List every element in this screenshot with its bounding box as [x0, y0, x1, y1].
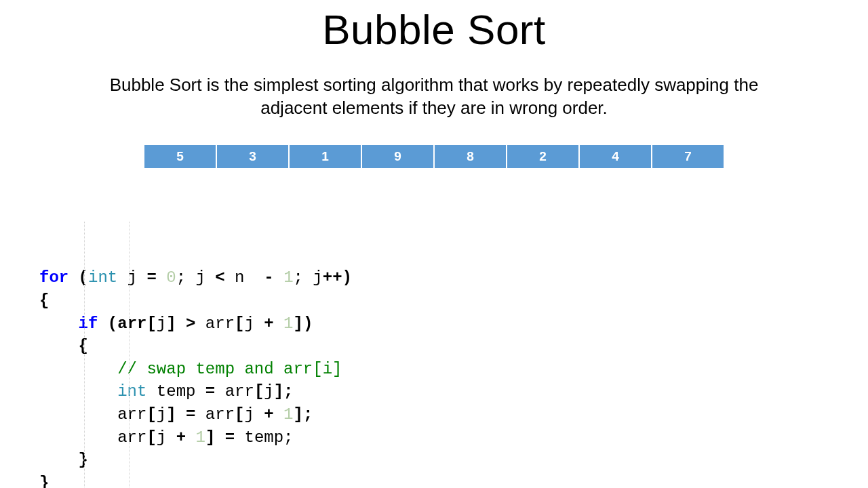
punctuation: [ — [254, 382, 264, 401]
punctuation: [ — [146, 314, 156, 333]
punctuation: = — [205, 382, 215, 401]
punctuation: (arr — [98, 314, 146, 333]
number-literal: 1 — [195, 428, 205, 447]
punctuation: = — [146, 268, 166, 287]
punctuation: + — [176, 428, 186, 447]
punctuation: ( — [68, 268, 88, 287]
array-cell: 4 — [579, 144, 652, 169]
array-cell: 1 — [289, 144, 361, 169]
keyword-for: for — [39, 268, 68, 287]
number-literal: 0 — [166, 268, 176, 287]
punctuation: [ — [146, 405, 156, 424]
code-comment: // swap temp and arr[i] — [117, 360, 342, 378]
code-text: ; j — [176, 268, 216, 287]
code-text: j — [244, 405, 264, 424]
code-text: j — [157, 405, 166, 424]
code-text — [274, 268, 283, 287]
type-int: int — [88, 268, 117, 287]
array-cell: 5 — [144, 144, 216, 169]
code-text: j — [264, 382, 273, 401]
array-cell: 7 — [652, 144, 724, 169]
brace: } — [79, 451, 88, 469]
number-literal: 1 — [283, 268, 293, 287]
punctuation: ] — [205, 428, 225, 447]
punctuation: < — [215, 268, 224, 287]
code-text — [274, 314, 283, 333]
code-text: arr — [117, 428, 146, 447]
punctuation: - — [264, 268, 273, 287]
punctuation: ) — [342, 268, 352, 287]
array-cell: 9 — [361, 144, 434, 169]
punctuation: ++ — [323, 268, 342, 287]
punctuation: [ — [235, 405, 244, 424]
number-literal: 1 — [283, 314, 293, 333]
punctuation: = — [186, 405, 195, 424]
punctuation: ]) — [294, 314, 313, 333]
punctuation: = — [225, 428, 235, 447]
code-text: n — [225, 268, 264, 287]
brace: { — [79, 337, 88, 355]
code-block: for (int j = 0; j < n - 1; j++) { if (ar… — [39, 199, 868, 488]
punctuation: ] — [166, 314, 186, 333]
code-text: j — [157, 314, 166, 333]
description-text: Bubble Sort is the simplest sorting algo… — [108, 74, 760, 120]
array-cell: 8 — [434, 144, 507, 169]
punctuation: + — [264, 314, 273, 333]
punctuation: [ — [235, 314, 244, 333]
punctuation: ]; — [294, 405, 313, 424]
code-text: j — [244, 314, 264, 333]
punctuation: ] — [166, 405, 186, 424]
code-text: j — [157, 428, 176, 447]
keyword-if: if — [79, 314, 98, 333]
type-int: int — [117, 382, 146, 401]
code-text: j — [117, 268, 146, 287]
array-cell: 3 — [216, 144, 289, 169]
code-text: arr — [195, 314, 235, 333]
punctuation: ]; — [274, 382, 294, 401]
code-text: arr — [117, 405, 146, 424]
code-text: temp — [146, 382, 205, 401]
brace: { — [39, 291, 49, 310]
code-text: arr — [215, 382, 254, 401]
brace: } — [39, 474, 49, 488]
code-text — [274, 405, 283, 424]
code-text: arr — [195, 405, 235, 424]
number-literal: 1 — [283, 405, 293, 424]
code-text — [186, 428, 195, 447]
punctuation: + — [264, 405, 273, 424]
array-cell: 2 — [507, 144, 579, 169]
array-visualization: 5 3 1 9 8 2 4 7 — [0, 144, 868, 169]
punctuation: > — [186, 314, 195, 333]
code-text: ; j — [294, 268, 323, 287]
page-title: Bubble Sort — [0, 0, 868, 54]
punctuation: [ — [146, 428, 156, 447]
code-text: temp; — [235, 428, 293, 447]
